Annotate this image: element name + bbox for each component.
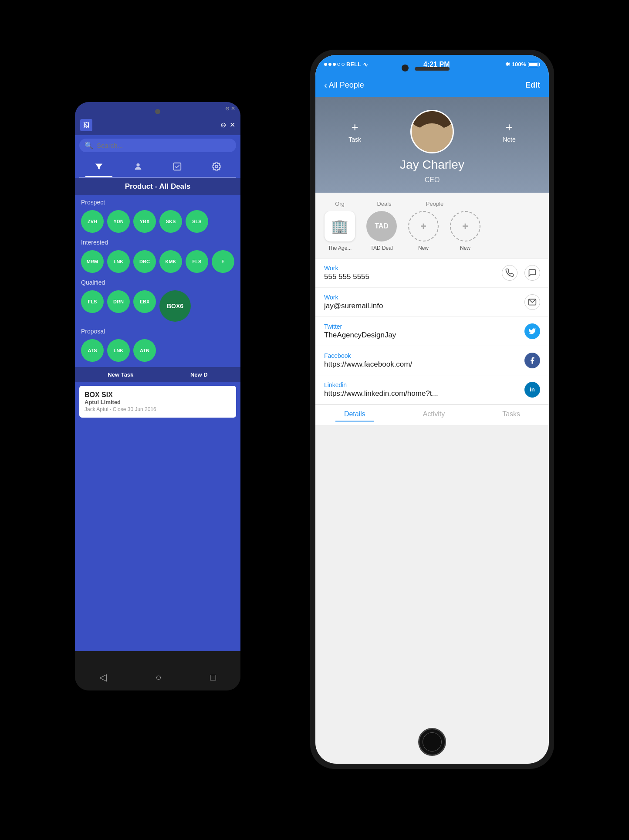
- task-label: Task: [348, 136, 361, 143]
- deal-bubble-box6[interactable]: BOX6: [159, 290, 191, 322]
- android-deals-prospect: ZVH YDN YBX SKS SLS: [75, 207, 240, 235]
- deal-bubble-ats[interactable]: ATS: [81, 339, 104, 362]
- deal-bubble-dbc[interactable]: DBC: [133, 250, 156, 273]
- twitter-icon[interactable]: [524, 323, 540, 339]
- ios-camera-icon: [402, 65, 409, 71]
- org-icon-box: 🏢: [325, 211, 355, 241]
- ios-tab-bar: Details Activity Tasks: [315, 405, 549, 425]
- deals-section-label: Deals: [377, 201, 391, 207]
- deal-bubble-sls[interactable]: SLS: [186, 210, 208, 233]
- linkedin-icon[interactable]: in: [524, 382, 540, 398]
- svg-point-2: [215, 165, 218, 168]
- deal-bubble-fls[interactable]: FLS: [186, 250, 208, 273]
- contact-row-facebook: Facebook https://www.facebook.com/: [315, 346, 549, 375]
- contact-value-linkedin[interactable]: https://www.linkedin.com/home?t...: [324, 389, 524, 398]
- deal-bubble-ebx[interactable]: EBX: [133, 290, 156, 313]
- contact-row-email: Work jay@suremail.info: [315, 288, 549, 317]
- profile-task-action[interactable]: + Task: [348, 120, 361, 143]
- android-card-meta: Jack Aptui · Close 30 Jun 2016: [85, 406, 231, 412]
- profile-title: CEO: [425, 176, 440, 184]
- new-1-label: New: [418, 245, 429, 251]
- android-card-company: Aptui Limited: [85, 399, 231, 405]
- wifi-icon: ∿: [363, 61, 368, 68]
- ios-tab-activity[interactable]: Activity: [414, 410, 454, 422]
- signal-dots: [324, 63, 345, 66]
- phone-icon[interactable]: [502, 265, 517, 281]
- profile-note-action[interactable]: + Note: [503, 120, 516, 143]
- android-search-bar[interactable]: 🔍: [79, 139, 236, 152]
- deal-bubble-zvh[interactable]: ZVH: [81, 210, 104, 233]
- android-deal-card[interactable]: BOX SIX Aptui Limited Jack Aptui · Close…: [79, 386, 236, 418]
- deal-bubble-ydn[interactable]: YDN: [107, 210, 130, 233]
- related-tad-deal[interactable]: TAD TAD Deal: [364, 211, 399, 251]
- related-new-2[interactable]: + New: [448, 211, 483, 251]
- android-tab-checkbox[interactable]: [164, 159, 191, 177]
- contact-email-info: Work jay@suremail.info: [324, 294, 524, 310]
- tad-abbr: TAD: [375, 222, 389, 230]
- android-tab-funnel[interactable]: [85, 159, 112, 177]
- deal-bubble-e[interactable]: E: [212, 250, 234, 273]
- ios-phone-inner: BELL ∿ 4:21 PM ✱ 100%: [315, 55, 549, 764]
- android-tab-settings[interactable]: [203, 159, 230, 177]
- contact-type-work-phone: Work: [324, 265, 502, 272]
- android-search-input[interactable]: [97, 142, 231, 149]
- contact-section: Work 555 555 5555: [315, 258, 549, 405]
- deal-bubble-lnk2[interactable]: LNK: [107, 339, 130, 362]
- android-bottom-bar: New Task New D: [75, 367, 240, 382]
- deal-bubble-sks[interactable]: SKS: [159, 210, 182, 233]
- contact-row-linkedin: Linkedin https://www.linkedin.com/home?t…: [315, 375, 549, 405]
- android-back-icon[interactable]: ◁: [99, 672, 107, 683]
- contact-value-twitter[interactable]: TheAgencyDesignJay: [324, 331, 524, 340]
- signal-dot-2: [328, 63, 331, 66]
- related-new-1[interactable]: + New: [406, 211, 441, 251]
- signal-dot-5: [342, 63, 345, 66]
- contact-type-twitter: Twitter: [324, 323, 524, 330]
- ios-tab-tasks[interactable]: Tasks: [494, 410, 529, 422]
- ios-back-button[interactable]: ‹ All People: [324, 80, 364, 90]
- android-tab-person[interactable]: [125, 159, 152, 177]
- android-home-icon[interactable]: ○: [156, 672, 161, 683]
- email-icon[interactable]: [524, 294, 540, 310]
- contact-phone-info: Work 555 555 5555: [324, 265, 502, 281]
- profile-name: Jay Charley: [400, 158, 464, 172]
- contact-row-twitter: Twitter TheAgencyDesignJay: [315, 317, 549, 346]
- avatar-face: [412, 111, 453, 152]
- task-plus-icon: +: [351, 120, 358, 134]
- android-camera-icon: [155, 109, 160, 114]
- android-deals-proposal: ATS LNK ATN: [75, 337, 240, 364]
- deal-bubble-atn[interactable]: ATN: [133, 339, 156, 362]
- ios-tab-details[interactable]: Details: [335, 410, 374, 422]
- contact-type-facebook: Facebook: [324, 352, 524, 359]
- deal-bubble-drn[interactable]: DRN: [107, 290, 130, 313]
- contact-value-facebook[interactable]: https://www.facebook.com/: [324, 360, 524, 369]
- battery-label: 100%: [512, 61, 526, 68]
- chat-icon[interactable]: [524, 265, 540, 281]
- signal-dot-3: [333, 63, 336, 66]
- contact-linkedin-icons: in: [524, 382, 540, 398]
- ios-home-button[interactable]: [418, 728, 446, 756]
- carrier-label: BELL: [346, 61, 361, 68]
- android-new-deal-btn[interactable]: New D: [190, 371, 208, 378]
- deal-bubble-ybx[interactable]: YBX: [133, 210, 156, 233]
- android-new-task-btn[interactable]: New Task: [108, 371, 133, 378]
- deal-bubble-mrm[interactable]: MRM: [81, 250, 104, 273]
- contact-value-phone[interactable]: 555 555 5555: [324, 272, 502, 281]
- profile-actions-row: + Task +: [324, 110, 540, 153]
- android-recents-icon[interactable]: □: [210, 672, 216, 683]
- contact-linkedin-info: Linkedin https://www.linkedin.com/home?t…: [324, 381, 524, 398]
- svg-point-0: [136, 163, 139, 166]
- related-org[interactable]: 🏢 The Age...: [322, 211, 357, 251]
- people-section-label: People: [426, 201, 443, 207]
- signal-dot-1: [324, 63, 327, 66]
- deal-bubble-kmk[interactable]: KMK: [159, 250, 182, 273]
- deal-bubble-fls2[interactable]: FLS: [81, 290, 104, 313]
- deal-bubble-lnk[interactable]: LNK: [107, 250, 130, 273]
- org-section-label: Org: [335, 201, 345, 207]
- contact-type-work-email: Work: [324, 294, 524, 301]
- ios-edit-button[interactable]: Edit: [525, 81, 540, 90]
- facebook-icon[interactable]: [524, 353, 540, 368]
- android-stage-proposal: Proposal: [75, 324, 240, 337]
- contact-value-email[interactable]: jay@suremail.info: [324, 302, 524, 310]
- note-plus-icon: +: [506, 120, 513, 134]
- building-icon: 🏢: [331, 218, 348, 235]
